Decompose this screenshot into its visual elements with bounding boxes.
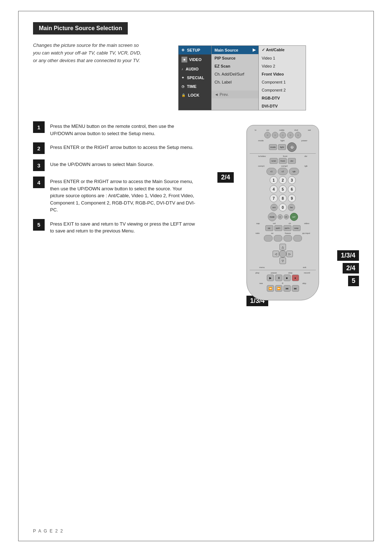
rgb-btn[interactable]: rgb: [289, 168, 299, 175]
step-number-4: 4: [33, 177, 45, 188]
nav-cross: △ ◁ ▷ ▽: [272, 243, 294, 265]
menu-pip-source[interactable]: PIP Source: [212, 54, 258, 62]
menu-video1[interactable]: Video 1: [259, 54, 306, 62]
comp2-btn[interactable]: c2: [278, 168, 288, 175]
remote-num-row-4: ent 0 fav: [250, 203, 316, 211]
step-number-1: 1: [33, 121, 45, 133]
nav-labels: menu exit: [250, 266, 316, 268]
top-section: Changes the picture source for the main …: [33, 42, 359, 110]
num-0-btn[interactable]: 0: [279, 203, 287, 211]
num-5-btn[interactable]: 5: [279, 185, 287, 193]
rew-btn[interactable]: ⏪: [267, 285, 274, 292]
menu-item-audio[interactable]: ♪ AUDIO: [179, 65, 211, 73]
nav-down-btn[interactable]: ▽: [279, 258, 286, 264]
pause-btn[interactable]: ⏸: [275, 275, 282, 281]
nav-left-btn[interactable]: ◁: [273, 251, 279, 257]
menu-item-video[interactable]: ■ VIDEO: [179, 54, 211, 65]
num-7-btn[interactable]: 7: [270, 194, 278, 202]
fav-btn[interactable]: fav: [288, 204, 295, 211]
comp1-btn[interactable]: c1: [266, 168, 277, 175]
menu-component1[interactable]: Component 1: [259, 78, 306, 86]
nav-right-btn[interactable]: ▷: [286, 251, 293, 257]
remote-area: 2/4 5 1 1/3/4 1/3/4 2/4 5 tv vcr cable: [207, 121, 359, 300]
remote-comp-labels: comp1 comp2 rgb: [250, 165, 316, 167]
num-6-btn[interactable]: 6: [288, 185, 296, 193]
menu-item-setup[interactable]: ⚙ SETUP: [179, 46, 211, 54]
menu-ch-add[interactable]: Ch. Add/Del/Surf: [212, 70, 258, 78]
divider-1: [250, 153, 316, 154]
remote-num-row-2: 4 5 6: [250, 185, 316, 193]
ff-btn[interactable]: ⏩: [275, 285, 282, 292]
vcr-btn[interactable]: ○: [272, 132, 278, 138]
step-2: 2 Press ENTER or the RIGHT arrow button …: [33, 142, 196, 154]
ppch-plus-btn[interactable]: ppch+: [283, 225, 291, 231]
step-text-5: Press EXIT to save and return to TV view…: [50, 219, 196, 235]
stop-btn[interactable]: ■: [283, 275, 291, 281]
divider-2: [250, 270, 316, 270]
menu-video2[interactable]: Video 2: [259, 62, 306, 70]
skip-back-btn[interactable]: ⏮: [283, 285, 291, 292]
menu-prev[interactable]: ◄ Prev.: [212, 90, 258, 98]
sat-btn[interactable]: ○: [295, 132, 301, 138]
menu-rgb-dtv[interactable]: RGB-DTV: [259, 94, 306, 102]
ratio-btn[interactable]: [264, 235, 273, 242]
setup-icon: ⚙: [181, 48, 184, 52]
swap-btn[interactable]: swap: [293, 225, 301, 231]
front-btn[interactable]: front: [279, 158, 287, 164]
num-1-btn[interactable]: 1: [270, 176, 278, 184]
num-3-btn[interactable]: 3: [288, 176, 296, 184]
step-3: 3 Use the UP/DOWN arrows to select Main …: [33, 159, 196, 171]
pp-input-btn[interactable]: [293, 235, 302, 242]
num-9-btn[interactable]: 9: [288, 194, 296, 202]
playback-row-2: ⏪ ⏩ ⏮ ⏭: [250, 285, 316, 292]
oz-btn[interactable]: [274, 235, 282, 242]
freeze-btn[interactable]: [283, 235, 292, 242]
label-1-3-4-right: 1/3/4: [337, 250, 359, 261]
tv-btn[interactable]: ○: [264, 132, 271, 138]
vol-up-btn[interactable]: +: [278, 214, 283, 219]
video-icon: ■: [181, 57, 187, 62]
remote-mute-row: mute + ch surf: [250, 212, 316, 221]
menu-ez-scan[interactable]: EZ Scan: [212, 62, 258, 70]
step-5: 5 Press EXIT to save and return to TV vi…: [33, 219, 196, 235]
nav-center-btn[interactable]: [279, 250, 286, 258]
mute-btn[interactable]: mute: [268, 212, 277, 221]
label-2-4-right: 2/4: [343, 263, 359, 274]
step-number-5: 5: [33, 219, 45, 231]
lock-icon: 🔒: [181, 93, 185, 97]
tv-video-btn[interactable]: tv/vid: [270, 158, 278, 164]
num-2-btn[interactable]: 2: [279, 176, 287, 184]
ch-btn[interactable]: ch: [284, 214, 289, 219]
remote-source-buttons: ○ ○ ○ ○ ○: [250, 132, 316, 138]
enter-btn[interactable]: ent: [270, 204, 278, 211]
menu-front-video[interactable]: Front Video: [259, 70, 306, 78]
nav-up-btn[interactable]: △: [279, 244, 286, 250]
menu-ch-label[interactable]: Ch. Label: [212, 78, 258, 86]
mode-btn[interactable]: mode: [269, 144, 277, 150]
menu-item-time[interactable]: ◷ TIME: [179, 82, 211, 91]
steps-section: 1 Press the MENU button on the remote co…: [33, 121, 359, 300]
play-btn[interactable]: ▶: [267, 275, 274, 281]
page-footer: P A G E 2 2: [33, 528, 64, 534]
menu-main-source[interactable]: Main Source ▶: [212, 46, 258, 54]
menu-item-lock[interactable]: 🔒 LOCK: [179, 91, 211, 100]
remote-pip-row: pip ppch- ppch+ swap: [250, 225, 316, 231]
skip-fwd-btn[interactable]: ⏭: [292, 285, 299, 292]
audio-icon: ♪: [181, 67, 183, 71]
num-4-btn[interactable]: 4: [270, 185, 278, 193]
menu-dvi-dtv[interactable]: DVI-DTV: [259, 102, 306, 110]
record-btn[interactable]: ●: [292, 275, 299, 281]
num-8-btn[interactable]: 8: [279, 194, 287, 202]
menu-item-special[interactable]: ✦ SPECIAL: [179, 73, 211, 82]
menu-component2[interactable]: Component 2: [259, 86, 306, 94]
light-btn[interactable]: light: [278, 144, 286, 150]
remote-ratio-row: [250, 235, 316, 242]
surf-btn[interactable]: surf: [290, 213, 298, 221]
menu-ant-cable[interactable]: ✓ Ant/Cable: [259, 46, 306, 54]
ppch-btn[interactable]: ppch-: [274, 225, 282, 231]
cable-btn[interactable]: ○: [279, 132, 286, 138]
dvd-btn[interactable]: ○: [287, 132, 294, 138]
power-btn[interactable]: ⏻: [287, 142, 297, 152]
dvi-btn[interactable]: dvi: [288, 158, 296, 164]
pip-btn[interactable]: pip: [265, 225, 273, 231]
